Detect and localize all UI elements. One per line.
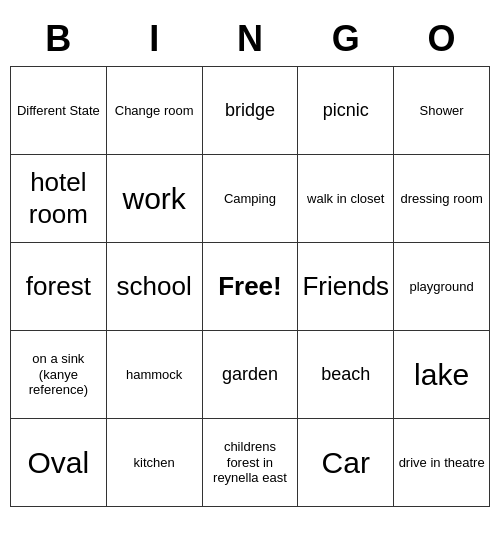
- bingo-cell: drive in theatre: [394, 419, 490, 507]
- bingo-letter: G: [298, 12, 394, 67]
- bingo-cell: lake: [394, 331, 490, 419]
- bingo-cell: Change room: [106, 67, 202, 155]
- bingo-cell: childrens forest in reynella east: [202, 419, 298, 507]
- bingo-cell: playground: [394, 243, 490, 331]
- bingo-letter: N: [202, 12, 298, 67]
- bingo-cell: hammock: [106, 331, 202, 419]
- bingo-cell: hotel room: [11, 155, 107, 243]
- bingo-cell: Free!: [202, 243, 298, 331]
- bingo-cell: Friends: [298, 243, 394, 331]
- bingo-cell: picnic: [298, 67, 394, 155]
- bingo-cell: on a sink (kanye reference): [11, 331, 107, 419]
- bingo-cell: Oval: [11, 419, 107, 507]
- bingo-cell: bridge: [202, 67, 298, 155]
- bingo-cell: kitchen: [106, 419, 202, 507]
- bingo-letter: O: [394, 12, 490, 67]
- bingo-cell: dressing room: [394, 155, 490, 243]
- bingo-cell: Camping: [202, 155, 298, 243]
- bingo-cell: Different State: [11, 67, 107, 155]
- bingo-cell: beach: [298, 331, 394, 419]
- bingo-cell: Shower: [394, 67, 490, 155]
- bingo-cell: walk in closet: [298, 155, 394, 243]
- bingo-cell: school: [106, 243, 202, 331]
- bingo-cell: Car: [298, 419, 394, 507]
- bingo-header: [10, 0, 490, 12]
- bingo-cell: garden: [202, 331, 298, 419]
- bingo-cell: forest: [11, 243, 107, 331]
- bingo-letter: I: [106, 12, 202, 67]
- bingo-letter: B: [11, 12, 107, 67]
- bingo-cell: work: [106, 155, 202, 243]
- bingo-grid: BINGO Different StateChange roombridgepi…: [10, 12, 490, 507]
